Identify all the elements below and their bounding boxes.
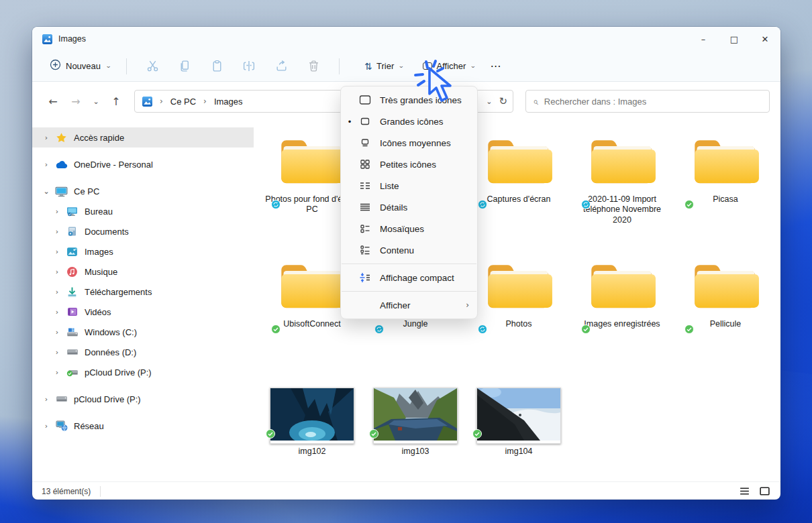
sidebar-item-windows-c[interactable]: ›Windows (C:): [32, 322, 254, 342]
search-box[interactable]: ⌕: [525, 90, 770, 113]
folder-icon: [674, 259, 777, 316]
sidebar-item-bureau[interactable]: ›Bureau: [32, 201, 254, 221]
title-bar[interactable]: Images – □ ✕: [32, 27, 780, 51]
sidebar-item-images[interactable]: ›Images: [32, 241, 254, 262]
pictures-icon: [42, 34, 53, 45]
chevron-right-icon[interactable]: ›: [50, 288, 64, 296]
menu-item-details[interactable]: Détails: [341, 196, 477, 218]
folder-icon: [467, 259, 570, 316]
chevron-right-icon[interactable]: ›: [39, 422, 54, 430]
folder-pellicule[interactable]: Pellicule: [674, 255, 777, 329]
minimize-button[interactable]: –: [688, 27, 719, 51]
sidebar-item-ce-pc[interactable]: ⌄Ce PC: [32, 181, 254, 201]
image-img103[interactable]: img103: [364, 384, 467, 457]
sidebar-item-telechargements[interactable]: ›Téléchargements: [32, 282, 254, 302]
search-input[interactable]: [544, 97, 762, 107]
sidebar-item-label: OneDrive - Personal: [74, 160, 153, 170]
menu-item-label: Affichage compact: [380, 273, 454, 283]
chevron-right-icon[interactable]: ›: [50, 227, 64, 236]
chevron-right-icon[interactable]: ›: [50, 368, 64, 377]
icons-view-toggle-icon[interactable]: [758, 485, 771, 498]
delete-icon[interactable]: [297, 55, 329, 78]
grid-row: Photos pour fond d'écran PCCaptures d'éc…: [260, 130, 777, 225]
menu-item-contenu[interactable]: Contenu: [341, 239, 477, 261]
folder-captures-d-ecran[interactable]: Captures d'écran: [467, 130, 570, 225]
recent-locations-chevron[interactable]: ⌄: [89, 91, 103, 111]
new-button-label: Nouveau: [66, 61, 101, 71]
chevron-right-icon[interactable]: ›: [39, 160, 54, 169]
image-img102[interactable]: img102: [260, 384, 364, 457]
menu-item-affichage-compact[interactable]: Affichage compact: [341, 267, 477, 288]
address-dropdown-chevron[interactable]: ⌄: [486, 97, 492, 106]
share-icon[interactable]: [265, 55, 297, 78]
up-button[interactable]: ↑: [106, 91, 126, 111]
drive-icon: [66, 346, 79, 359]
menu-item-afficher[interactable]: Afficher›: [341, 294, 477, 316]
item-label: 2020-11-09 Import téléphone Novembre 202…: [574, 194, 670, 225]
refresh-icon[interactable]: ↻: [499, 95, 507, 107]
sidebar-item-acces-rapide[interactable]: ›Accès rapide: [32, 127, 254, 148]
forward-button[interactable]: →: [66, 91, 86, 111]
image-img104[interactable]: img104: [467, 384, 570, 457]
sidebar-item-donnees-d[interactable]: ›Données (D:): [32, 342, 254, 362]
chevron-right-icon[interactable]: ›: [50, 247, 64, 256]
sidebar-item-label: Accès rapide: [74, 133, 124, 143]
chevron-right-icon[interactable]: ›: [39, 133, 54, 142]
menu-item-mosaiques[interactable]: Mosaïques: [341, 218, 477, 239]
network-icon: [55, 420, 68, 432]
menu-item-tres-grandes-icones[interactable]: Très grandes icônes: [341, 89, 477, 111]
menu-item-icones-moyennes[interactable]: Icônes moyennes: [341, 132, 477, 154]
explorer-window: Images – □ ✕ Nouveau ⌄ ⇅ Trier ⌄: [32, 27, 780, 500]
sidebar-item-musique[interactable]: ›Musique: [32, 262, 254, 282]
chevron-down-icon: ⌄: [105, 62, 111, 69]
copy-icon[interactable]: [168, 55, 201, 78]
menu-item-liste[interactable]: Liste: [341, 175, 477, 196]
cut-icon[interactable]: [136, 55, 168, 78]
menu-item-label: Contenu: [380, 245, 414, 255]
folder-picasa[interactable]: Picasa: [674, 130, 777, 225]
pc-icon: [55, 185, 68, 198]
sidebar-item-documents[interactable]: ›Documents: [32, 221, 254, 241]
folder-photos[interactable]: Photos: [467, 255, 570, 329]
paste-icon[interactable]: [201, 55, 233, 78]
menu-item-label: Petites icônes: [380, 160, 436, 170]
chevron-right-icon[interactable]: ›: [50, 268, 64, 276]
folder-2020-11-09-import-telephone-novembre-2020[interactable]: 2020-11-09 Import téléphone Novembre 202…: [570, 130, 674, 225]
menu-separator: [342, 264, 476, 264]
chevron-down-icon[interactable]: ⌄: [39, 187, 54, 196]
sidebar-item-pcloud-drive-p[interactable]: ›pCloud Drive (P:): [32, 362, 254, 382]
chevron-right-icon[interactable]: ›: [50, 348, 64, 357]
sort-button[interactable]: ⇅ Trier ⌄: [358, 57, 410, 76]
chevron-right-icon[interactable]: ›: [50, 207, 64, 216]
sidebar-item-onedrive-personal[interactable]: ›OneDrive - Personal: [32, 154, 254, 174]
chevron-right-icon[interactable]: ›: [50, 308, 64, 316]
back-button[interactable]: ←: [43, 91, 63, 111]
drive-check-icon: [66, 366, 79, 379]
chevron-down-icon: ⌄: [470, 62, 476, 69]
sidebar-item-videos[interactable]: ›Vidéos: [32, 302, 254, 322]
music-icon: [66, 266, 79, 278]
view-icon: [423, 62, 432, 70]
new-button[interactable]: Nouveau ⌄: [44, 55, 117, 77]
maximize-button[interactable]: □: [719, 27, 750, 51]
chevron-right-icon[interactable]: ›: [39, 395, 54, 404]
folder-images-enregistrees[interactable]: Images enregistrées: [570, 255, 674, 329]
menu-item-grandes-icones[interactable]: •Grandes icônes: [341, 111, 477, 132]
view-button[interactable]: Afficher ⌄: [417, 57, 482, 75]
rename-icon[interactable]: [233, 55, 265, 78]
chevron-right-icon[interactable]: ›: [50, 328, 64, 337]
sidebar-item-reseau[interactable]: ›Réseau: [32, 416, 254, 436]
folder-icon: [570, 134, 674, 192]
item-count: 13 élément(s): [42, 487, 91, 496]
sidebar-item-label: Bureau: [85, 207, 113, 217]
breadcrumb-images[interactable]: Images: [211, 95, 246, 109]
breadcrumb-ce-pc[interactable]: Ce PC: [168, 95, 199, 109]
chevron-down-icon: ⌄: [398, 62, 404, 69]
view-m-icon: [358, 136, 372, 150]
close-button[interactable]: ✕: [750, 27, 780, 51]
more-options-button[interactable]: ⋯: [483, 57, 510, 75]
details-view-toggle-icon[interactable]: [738, 485, 751, 498]
menu-separator: [342, 291, 476, 292]
menu-item-petites-icones[interactable]: Petites icônes: [341, 154, 477, 175]
sidebar-item-pcloud-drive-p[interactable]: ›pCloud Drive (P:): [32, 389, 254, 409]
